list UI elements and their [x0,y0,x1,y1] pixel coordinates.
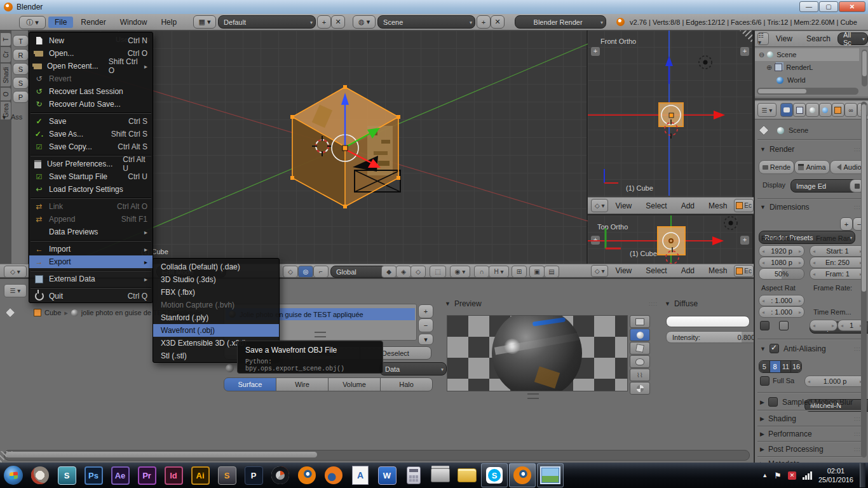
manipulator-rotate-icon[interactable]: ◈ [396,266,411,278]
taskbar-ccleaner-icon[interactable] [267,463,294,487]
taskbar-reaper-icon[interactable] [27,463,53,487]
scene-close-button[interactable]: ✕ [491,15,505,29]
taskbar-photoshop-icon[interactable]: Ps [80,463,107,487]
front-menu-mesh[interactable]: Mesh [702,201,734,210]
animation-button[interactable]: Anima [794,160,830,174]
preset-add-button[interactable]: + [840,217,853,231]
menu-render[interactable]: Render [74,17,112,28]
viewport-shading-icon[interactable]: ◇ [283,266,298,278]
slot-remove-button[interactable]: − [418,318,433,332]
expand-minus-icon[interactable]: ⊖ [759,51,764,59]
diffuse-color-swatch[interactable] [666,316,750,327]
resolution-y-field[interactable]: 1080 p [759,257,804,268]
frame-step-field[interactable]: Fram: 1 [810,268,865,280]
menu-help[interactable]: Help [154,17,183,28]
menu-item-save-copy[interactable]: ☑Save Copy...Ctrl Alt S [29,140,153,153]
export-item-bvh[interactable]: Motion Capture (.bvh) [153,299,279,311]
render-button[interactable]: Rende [759,160,794,174]
outliner-row-renderlayers[interactable]: ⊕ RenderL [764,61,859,74]
breadcrumb-object[interactable]: Cube [44,309,61,316]
frame-end-field[interactable]: En: 250 [810,257,865,268]
viewport-top-ortho[interactable]: Top Ortho (1) Cube + + [588,214,754,264]
screen-layout-icon[interactable]: ▦ ▾ [193,15,216,29]
menu-item-new[interactable]: NewCtrl N [29,34,153,47]
outliner-filter-select[interactable]: All Sc [837,32,868,45]
scene-select[interactable]: Scene [377,15,475,29]
shelf-btn-rotate[interactable]: R [13,49,29,61]
aa-16-button[interactable]: 16 [791,361,801,372]
menu-item-save-startup[interactable]: ☑Save Startup FileCtrl U [29,170,153,183]
layers-widget-icon[interactable]: ⬚ [430,266,446,278]
tab-render-layers-icon[interactable] [793,103,806,117]
aspect-y-field[interactable]: : 1.000 [759,306,804,318]
panel-drag-grip-icon[interactable]: :::: [649,301,658,307]
front-menu-add[interactable]: Add [674,201,702,210]
shading-panel-header[interactable]: ▶ Shading :::: [760,414,863,423]
frame-start-field[interactable]: Start: 1 [810,245,865,257]
motion-blur-checkbox[interactable] [768,397,778,407]
tab-shading[interactable]: Shadi [1,64,11,86]
tray-flag-icon[interactable]: ⚑ [774,471,782,480]
scrollbar-thumb[interactable] [862,51,867,76]
taskbar-blender-icon[interactable] [294,463,320,487]
aa-8-button[interactable]: 8 [770,361,781,372]
layout-close-button[interactable]: ✕ [331,15,345,29]
close-button[interactable]: ✕ [839,1,865,12]
aa-5-button[interactable]: 5 [759,361,770,372]
taskbar-poser-icon[interactable]: P [240,463,267,487]
scene-add-button[interactable]: + [477,15,491,29]
front-menu-select[interactable]: Select [639,201,674,210]
pin-icon[interactable] [6,308,15,318]
taskbar-indesign-icon[interactable]: Id [160,463,187,487]
menu-item-import[interactable]: ←Import▸ [29,243,153,255]
mode-surface-button[interactable]: Surface [224,377,276,391]
slot-add-button[interactable]: + [418,304,433,318]
preview-hair-icon[interactable]: ⌇⌇ [630,369,650,381]
preview-cube-icon[interactable] [630,342,650,355]
pivot-align-icon[interactable]: ⌐ [313,266,329,278]
tab-render-icon[interactable] [780,103,793,117]
mode-volume-button[interactable]: Volume [328,377,381,391]
list-resize-grip[interactable] [315,332,326,337]
expand-plus-icon[interactable]: ⊕ [766,64,772,72]
scrollbar-thumb[interactable] [862,104,866,292]
properties-vscrollbar[interactable] [861,102,867,458]
show-desktop-button[interactable] [860,463,865,487]
pin-icon[interactable] [759,125,770,136]
antialiasing-checkbox[interactable] [770,344,779,353]
scrollbar-thumb[interactable] [758,89,806,93]
menu-item-recover-last-session[interactable]: ↺Recover Last Session [29,85,153,98]
menu-item-link[interactable]: ⇄LinkCtrl Alt O [29,200,153,213]
render-opengl-anim-icon[interactable]: ▤ [544,266,559,278]
tray-alert-icon[interactable]: ✕ [788,471,796,480]
outliner-hscrollbar[interactable] [757,88,858,95]
menu-item-open-recent[interactable]: Open Recent...Shift Ctrl O▸ [29,60,153,72]
snap-target-icon[interactable]: ⊞ [512,266,527,278]
manipulator-translate-icon[interactable]: ◆ [381,266,397,278]
render-opengl-icon[interactable]: ▣ [529,266,545,278]
taskbar-blender-active-icon[interactable] [509,463,536,487]
mode-wire-button[interactable]: Wire [276,377,329,391]
data-link-select[interactable]: Data [379,362,447,376]
minimize-button[interactable]: — [799,1,818,12]
preview-flat-icon[interactable] [630,315,650,328]
shelf-btn-push[interactable]: P [13,91,29,103]
border-checkbox[interactable] [760,321,770,330]
preview-sphere-icon[interactable] [630,329,650,341]
scene-icon[interactable]: ◍ ▾ [353,15,376,29]
preview-resize-grip[interactable] [527,393,539,399]
outliner-row-scene[interactable]: ⊖ Scene [755,48,859,61]
top-menu-add[interactable]: Add [674,266,702,275]
menu-item-external-data[interactable]: External Data▸ [29,273,153,285]
render-panel-header[interactable]: ▼ Render :::: [760,145,863,154]
tray-network-icon[interactable] [803,471,812,480]
outliner-vscrollbar[interactable] [862,50,867,86]
dimensions-panel-header[interactable]: ▼ Dimensions :::: [760,203,863,212]
aspect-x-field[interactable]: : 1.000 [759,295,804,306]
export-item-obj[interactable]: Wavefront (.obj) [153,324,279,337]
tray-expand-icon[interactable]: ▲ [762,472,768,478]
outliner-menu-search[interactable]: Search [799,34,837,43]
area-divider[interactable] [754,30,755,463]
diffuse-panel-header[interactable]: ▼ Diffuse [665,299,749,308]
preview-world-sphere-icon[interactable] [630,382,650,395]
